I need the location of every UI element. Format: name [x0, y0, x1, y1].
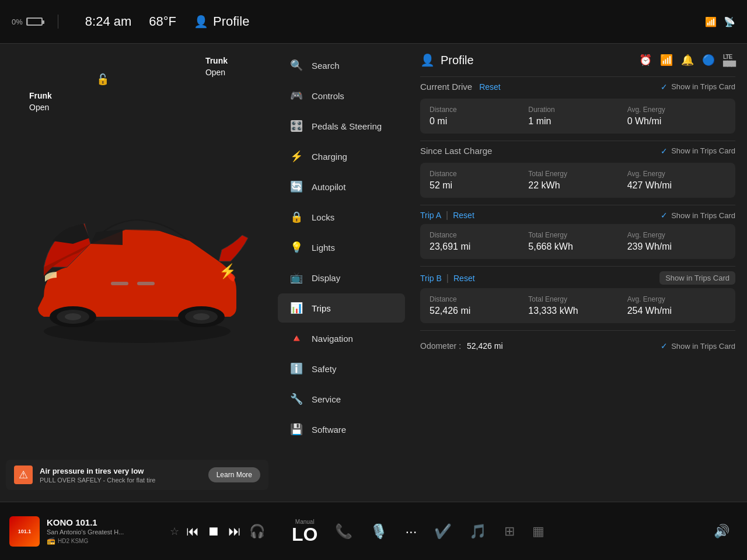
sidebar-item-label-service: Service	[312, 394, 341, 404]
sidebar-item-label-display: Display	[312, 273, 340, 283]
favorite-icon[interactable]: ✔️	[434, 523, 452, 540]
current-drive-section: Current Drive Reset ✓ Show in Trips Card…	[420, 82, 735, 134]
voice-icon[interactable]: 🎙️	[370, 523, 388, 540]
current-drive-show-label: Show in Trips Card	[671, 82, 735, 91]
odometer-row: Odometer : 52,426 mi ✓ Show in Trips Car…	[420, 335, 735, 356]
alert-subtitle: PULL OVER SAFELY - Check for flat tire	[40, 477, 201, 484]
taskbar: Manual LO 📞 🎙️ ··· ✔️ 🎵 ⊞ ▦ 🔊	[274, 502, 747, 560]
alert-title: Air pressure in tires very low	[40, 467, 201, 475]
divider-3	[420, 266, 735, 267]
grid-icon[interactable]: ⊞	[504, 524, 515, 539]
since-last-charge-header: Since Last Charge ✓ Show in Trips Card	[420, 146, 735, 158]
lights-icon: 💡	[289, 241, 303, 254]
duration-value: 1 min	[528, 116, 627, 127]
trip-a-label[interactable]: Trip A	[420, 211, 441, 220]
battery-icon	[26, 18, 43, 26]
sidebar-item-search[interactable]: 🔍Search	[278, 51, 405, 80]
slc-total-energy-label: Total Energy	[528, 170, 627, 178]
trip-a-show-trips: ✓ Show in Trips Card	[661, 211, 735, 220]
controls-icon: 🎮	[289, 89, 303, 102]
distance-label: Distance	[430, 106, 528, 114]
slc-avg-energy: Avg. Energy 427 Wh/mi	[627, 170, 726, 191]
autopilot-icon: 🔄	[289, 180, 303, 193]
trip-b-reset[interactable]: Reset	[453, 274, 475, 283]
apps-icon[interactable]: ▦	[532, 524, 544, 539]
trip-a-avg-energy-label: Avg. Energy	[627, 231, 726, 239]
stop-icon[interactable]: ⏹	[207, 524, 220, 539]
next-track-icon[interactable]: ⏭	[228, 524, 241, 539]
divider-top	[420, 76, 735, 77]
navigation-icon: 🔺	[289, 332, 303, 345]
odometer-value: 52,426 mi	[467, 341, 502, 351]
alarm-icon: ⏰	[639, 54, 652, 66]
sidebar-item-lights[interactable]: 💡Lights	[278, 233, 405, 262]
more-dots-icon[interactable]: ···	[405, 523, 417, 540]
favorite-star-icon[interactable]: ☆	[170, 525, 179, 538]
trip-a-total-energy-value: 5,668 kWh	[528, 242, 627, 252]
checkmark-icon-3: ✓	[661, 211, 668, 220]
sidebar-item-trips[interactable]: 📊Trips	[278, 293, 405, 323]
locks-icon: 🔒	[289, 211, 303, 223]
trip-b-show-trips: Show in Trips Card	[659, 271, 735, 285]
sidebar-item-locks[interactable]: 🔒Locks	[278, 202, 405, 232]
alert-banner: ⚠ Air pressure in tires very low PULL OV…	[6, 460, 268, 490]
trip-b-total-energy: Total Energy 13,333 kWh	[528, 295, 627, 316]
sidebar-item-label-autopilot: Autopilot	[312, 182, 345, 192]
sidebar-item-label-lights: Lights	[312, 243, 335, 253]
trip-b-avg-energy-value: 254 Wh/mi	[627, 306, 726, 316]
avg-energy-label: Avg. Energy	[627, 106, 726, 114]
svg-point-6	[193, 313, 210, 320]
sidebar-item-safety[interactable]: ℹ️Safety	[278, 354, 405, 383]
trips-icon: 📊	[289, 302, 303, 314]
alert-text: Air pressure in tires very low PULL OVER…	[40, 467, 201, 484]
checkmark-icon-2: ✓	[661, 146, 668, 156]
safety-icon: ℹ️	[289, 362, 303, 375]
content-profile-title: Profile	[441, 54, 474, 67]
sidebar-item-charging[interactable]: ⚡Charging	[278, 142, 405, 171]
sidebar-item-display[interactable]: 📺Display	[278, 263, 405, 292]
sidebar-item-label-pedals: Pedals & Steering	[312, 121, 382, 131]
status-icons-right: 📶 📡	[705, 16, 735, 27]
trip-b-total-energy-label: Total Energy	[528, 295, 627, 303]
divider-1	[420, 141, 735, 141]
frunk-status: Open	[29, 102, 52, 114]
headphones-icon[interactable]: 🎧	[249, 524, 265, 539]
trip-b-label[interactable]: Trip B	[420, 274, 442, 283]
odometer-show-trips: ✓ Show in Trips Card	[661, 341, 735, 351]
sidebar-item-controls[interactable]: 🎮Controls	[278, 81, 405, 110]
battery-pct: 0%	[12, 18, 23, 26]
signal-icon: 📡	[724, 16, 735, 27]
current-drive-distance: Distance 0 mi	[430, 106, 528, 127]
trip-b-distance-value: 52,426 mi	[430, 306, 528, 316]
sidebar-item-service[interactable]: 🔧Service	[278, 384, 405, 414]
music-controls: ⏮ ⏹ ⏭ 🎧	[186, 524, 265, 539]
media-icon[interactable]: 🎵	[469, 523, 487, 540]
status-profile-label: Profile	[213, 14, 249, 29]
sidebar-item-label-safety: Safety	[312, 364, 337, 374]
gear-display: Manual LO	[292, 519, 317, 544]
sidebar-item-navigation[interactable]: 🔺Navigation	[278, 324, 405, 353]
music-source-label: HD2 KSMG	[58, 538, 88, 544]
content-header: 👤 Profile ⏰ 📶 🔔 🔵 LTE▇▇▇	[420, 53, 735, 67]
current-drive-reset[interactable]: Reset	[479, 82, 501, 92]
trip-b-total-energy-value: 13,333 kWh	[528, 306, 627, 316]
learn-more-button[interactable]: Learn More	[208, 467, 260, 482]
trunk-label: Trunk Open	[205, 55, 228, 78]
slc-avg-energy-value: 427 Wh/mi	[627, 180, 726, 191]
trip-a-reset[interactable]: Reset	[453, 211, 474, 220]
current-drive-show-trips: ✓ Show in Trips Card	[661, 82, 735, 92]
sidebar-item-label-charging: Charging	[312, 152, 347, 162]
volume-icon[interactable]: 🔊	[714, 524, 729, 539]
sidebar-item-autopilot[interactable]: 🔄Autopilot	[278, 172, 405, 201]
software-icon: 💾	[289, 423, 303, 436]
sidebar-item-pedals[interactable]: 🎛️Pedals & Steering	[278, 111, 405, 141]
since-last-charge-show-label: Show in Trips Card	[671, 146, 735, 155]
svg-rect-8	[111, 282, 128, 285]
prev-track-icon[interactable]: ⏮	[186, 524, 199, 539]
status-time: 8:24 am	[85, 14, 132, 29]
sidebar-item-software[interactable]: 💾Software	[278, 415, 405, 444]
slc-total-energy: Total Energy 22 kWh	[528, 170, 627, 191]
phone-icon[interactable]: 📞	[335, 523, 352, 540]
slc-total-energy-value: 22 kWh	[528, 180, 627, 191]
music-info: KONO 101.1 San Antonio's Greatest H... 📻…	[47, 517, 163, 545]
